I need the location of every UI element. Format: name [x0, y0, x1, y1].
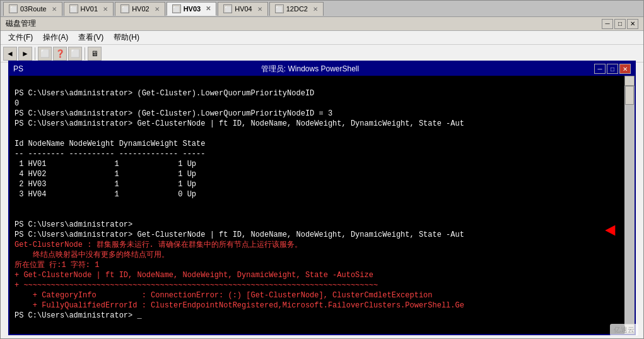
ps-scroll-up[interactable]: ▲ [624, 76, 635, 86]
ps-line-18: 终结点映射器中没有更多的终结点可用。 [15, 250, 629, 260]
tab-icon-2: ⬜ [120, 4, 129, 13]
disk-title-bar: 磁盘管理 ─ □ ✕ [1, 17, 643, 31]
ps-line-11: 2 HV03 1 1 Up [15, 179, 629, 189]
tab-label-5: 12DC2 [286, 5, 308, 13]
ps-minimize-btn[interactable]: ─ [594, 64, 606, 74]
toolbar-btn4[interactable]: 🖥 [88, 47, 102, 61]
ps-icon: PS [13, 64, 23, 73]
disk-win-controls: ─ □ ✕ [602, 19, 638, 29]
toolbar-sep2 [85, 47, 85, 60]
tab-icon-4: ⬜ [223, 4, 232, 13]
tab-icon-3: ⬜ [172, 4, 181, 13]
ps-content: PS C:\Users\administrator> (Get-Cluster)… [9, 76, 635, 334]
menu-item-3[interactable]: 帮助(H) [108, 31, 144, 44]
ps-line-19: 所在位置 行:1 字符: 1 [15, 260, 629, 270]
ps-title-bar: PS 管理员: Windows PowerShell ─ □ ✕ [9, 62, 635, 76]
tab-label-2: HV02 [132, 5, 149, 13]
tab-hv04[interactable]: ⬜HV04✕ [218, 2, 268, 16]
menu-bar: 文件(F)操作(A)查看(V)帮助(H) [1, 31, 643, 45]
tab-label-3: HV03 [184, 5, 201, 13]
tab-icon-1: ⬜ [69, 4, 78, 13]
disk-restore-btn[interactable]: □ [614, 19, 626, 29]
ps-close-btn[interactable]: ✕ [619, 64, 631, 74]
menu-item-2[interactable]: 查看(V) [73, 31, 108, 44]
tab-hv02[interactable]: ⬜HV02✕ [115, 2, 165, 16]
tab-bar: ⬜03Route✕⬜HV01✕⬜HV02✕⬜HV03✕⬜HV04✕⬜12DC2✕ [1, 1, 643, 17]
tab-03route[interactable]: ⬜03Route✕ [3, 2, 62, 16]
tab-icon-0: ⬜ [9, 4, 18, 13]
powershell-window: PS 管理员: Windows PowerShell ─ □ ✕ PS C:\U… [8, 61, 636, 335]
ps-line-1 [15, 78, 629, 88]
toolbar-btn1[interactable]: ⬜ [38, 47, 52, 61]
toolbar-sep1 [35, 47, 35, 60]
disk-close-btn[interactable]: ✕ [627, 19, 638, 29]
ps-line-22: + CategoryInfo : ConnectionError: (:) [G… [15, 290, 629, 300]
ps-line-20: + Get-ClusterNode | ft ID, NodeName, Nod… [15, 270, 629, 280]
ps-line-9: 1 HV01 1 1 Up [15, 159, 629, 169]
toolbar-btn3[interactable]: ⬜ [68, 47, 82, 61]
ps-win-controls: ─ □ ✕ [594, 64, 631, 74]
tab-close-4[interactable]: ✕ [257, 6, 262, 13]
toolbar-forward-btn[interactable]: ► [18, 47, 32, 61]
tab-close-2[interactable]: ✕ [155, 6, 160, 13]
ps-restore-btn[interactable]: □ [607, 64, 618, 74]
tab-close-0[interactable]: ✕ [52, 6, 57, 13]
ps-line-23: + FullyQualifiedErrorId : ClusterEndpoin… [15, 300, 629, 311]
ps-line-7: Id NodeName NodeWeight DynamicWeight Sta… [15, 139, 629, 149]
toolbar-back-btn[interactable]: ◄ [3, 47, 17, 61]
toolbar: ◄ ► ⬜ ❓ ⬜ 🖥 [1, 45, 643, 62]
tab-hv01[interactable]: ⬜HV01✕ [64, 2, 114, 16]
ps-line-14 [15, 210, 629, 220]
ps-scroll-track [624, 86, 635, 324]
ps-line-10: 4 HV02 1 1 Up [15, 169, 629, 179]
ps-line-3: 0 [15, 98, 629, 109]
ps-scroll-thumb[interactable] [625, 86, 634, 105]
watermark: 亿速云 [610, 324, 638, 336]
menu-item-0[interactable]: 文件(F) [3, 31, 38, 44]
ps-line-24: PS C:\Users\administrator> _ [15, 311, 629, 321]
toolbar-btn2[interactable]: ❓ [53, 47, 67, 61]
ps-line-5: PS C:\Users\administrator> Get-ClusterNo… [15, 119, 629, 129]
tab-icon-5: ⬜ [275, 4, 284, 13]
ps-line-21: + ~~~~~~~~~~~~~~~~~~~~~~~~~~~~~~~~~~~~~~… [15, 280, 629, 290]
ps-line-13 [15, 199, 629, 210]
ps-line-4: PS C:\Users\administrator> (Get-Cluster)… [15, 109, 629, 119]
ps-line-6 [15, 129, 629, 139]
ps-line-15: PS C:\Users\administrator> [15, 220, 629, 230]
tab-label-1: HV01 [81, 5, 98, 13]
disk-minimize-btn[interactable]: ─ [602, 19, 613, 29]
ps-line-2: PS C:\Users\administrator> (Get-Cluster)… [15, 88, 629, 98]
ps-line-16: PS C:\Users\administrator> Get-ClusterNo… [15, 230, 629, 240]
disk-mgmt-window: ⬜03Route✕⬜HV01✕⬜HV02✕⬜HV03✕⬜HV04✕⬜12DC2✕… [0, 0, 644, 339]
tab-close-5[interactable]: ✕ [313, 6, 318, 13]
ps-line-17: Get-ClusterNode : 群集服务未运行. 请确保在群集中的所有节点上… [15, 240, 629, 250]
ps-title-text: 管理员: Windows PowerShell [26, 64, 594, 74]
ps-line-8: -- -------- ---------- ------------- ---… [15, 149, 629, 159]
disk-title-text: 磁盘管理 [6, 18, 36, 29]
tab-close-3[interactable]: ✕ [206, 5, 211, 12]
tab-close-1[interactable]: ✕ [103, 6, 108, 13]
ps-scrollbar[interactable]: ▲ ▼ [624, 76, 635, 334]
ps-line-12: 3 HV04 1 0 Up [15, 189, 629, 199]
menu-item-1[interactable]: 操作(A) [38, 31, 73, 44]
tab-hv03[interactable]: ⬜HV03✕ [167, 2, 217, 16]
red-arrow-annotation: ◄ [605, 221, 616, 241]
tab-label-4: HV04 [235, 5, 252, 13]
tab-12dc2[interactable]: ⬜12DC2✕ [269, 2, 324, 16]
tab-label-0: 03Route [20, 5, 47, 13]
